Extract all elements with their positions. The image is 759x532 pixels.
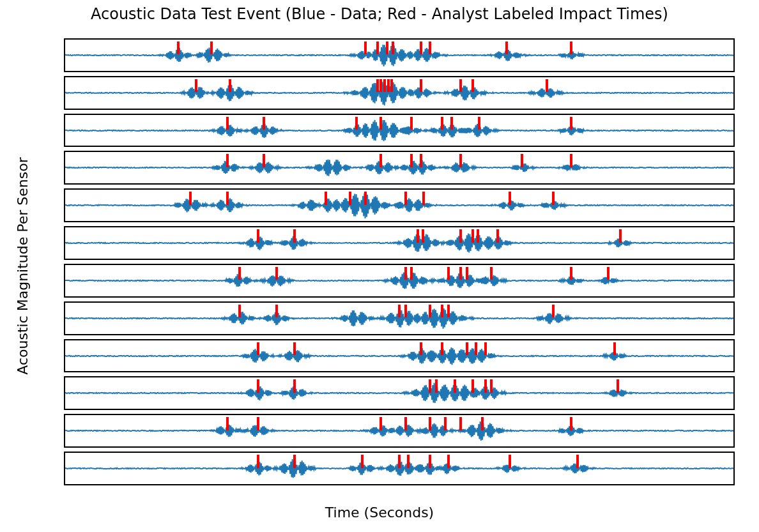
impact-marker: [477, 229, 479, 243]
impact-marker: [195, 79, 197, 93]
waveform-7: [65, 265, 733, 296]
impact-marker: [410, 154, 413, 167]
impact-marker: [509, 455, 511, 468]
impact-marker: [387, 79, 390, 93]
impact-marker: [490, 267, 493, 280]
impact-marker: [471, 229, 474, 243]
impact-marker: [466, 267, 468, 280]
impact-marker: [429, 42, 431, 55]
impact-marker: [429, 417, 431, 430]
impact-marker: [552, 192, 555, 205]
impact-marker: [364, 42, 367, 55]
impact-marker: [226, 117, 229, 130]
impact-marker: [364, 192, 367, 205]
impact-marker: [410, 267, 413, 280]
impact-marker: [576, 455, 579, 468]
impact-marker: [429, 305, 431, 318]
impact-marker: [238, 305, 241, 318]
sensor-panel-8: [64, 301, 735, 335]
impact-marker: [383, 79, 386, 93]
impact-marker: [238, 267, 241, 280]
impact-marker: [392, 42, 394, 55]
sensor-panel-10: [64, 376, 735, 410]
impact-marker: [275, 305, 278, 318]
impact-marker: [422, 229, 424, 243]
impact-marker: [226, 154, 229, 167]
impact-marker: [398, 455, 401, 468]
impact-marker: [379, 117, 382, 130]
impact-marker: [619, 229, 622, 243]
impact-marker: [447, 305, 450, 318]
impact-marker: [349, 192, 351, 205]
impact-marker: [435, 379, 438, 393]
impact-marker: [420, 154, 422, 167]
impact-marker: [546, 79, 548, 93]
impact-marker: [429, 379, 431, 393]
impact-marker: [475, 342, 477, 356]
impact-marker: [420, 342, 422, 356]
impact-marker: [420, 42, 422, 55]
impact-marker: [257, 455, 259, 468]
impact-marker: [210, 42, 213, 55]
impact-marker: [257, 342, 259, 356]
impact-marker: [229, 79, 231, 93]
sensor-panel-9: [64, 339, 735, 373]
impact-marker: [420, 79, 422, 93]
impact-marker: [444, 417, 447, 430]
impact-marker: [226, 192, 229, 205]
impact-marker: [226, 417, 229, 430]
impact-marker: [189, 192, 192, 205]
impact-marker: [481, 417, 484, 430]
impact-marker: [454, 379, 456, 393]
impact-marker: [484, 342, 487, 356]
impact-marker: [376, 79, 379, 93]
impact-marker: [257, 417, 259, 430]
sensor-panel-12: [64, 452, 735, 485]
impact-marker: [263, 154, 265, 167]
plot-area: [64, 38, 735, 485]
sensor-panel-5: [64, 188, 735, 222]
waveform-9: [65, 340, 733, 372]
impact-marker: [509, 192, 511, 205]
waveform-6: [65, 227, 733, 259]
impact-marker: [257, 229, 259, 243]
sensor-panel-4: [64, 151, 735, 185]
impact-marker: [459, 154, 462, 167]
impact-marker: [570, 42, 572, 55]
impact-marker: [613, 342, 616, 356]
impact-marker: [429, 455, 431, 468]
impact-marker: [570, 267, 572, 280]
impact-marker: [617, 379, 619, 393]
impact-marker: [466, 342, 468, 356]
impact-marker: [441, 117, 443, 130]
impact-marker: [459, 79, 462, 93]
impact-marker: [390, 79, 393, 93]
impact-marker: [422, 192, 425, 205]
impact-marker: [379, 79, 382, 93]
x-axis-label: Time (Seconds): [0, 505, 759, 521]
chart-title: Acoustic Data Test Event (Blue - Data; R…: [0, 5, 759, 23]
impact-marker: [355, 117, 358, 130]
impact-marker: [490, 379, 493, 393]
impact-marker: [607, 267, 610, 280]
impact-marker: [361, 455, 364, 468]
impact-marker: [459, 229, 462, 243]
waveform-5: [65, 190, 733, 221]
impact-marker: [417, 229, 419, 243]
chart-figure: Acoustic Data Test Event (Blue - Data; R…: [0, 0, 759, 532]
impact-marker: [570, 417, 572, 430]
impact-marker: [471, 379, 474, 393]
sensor-panel-3: [64, 114, 735, 148]
waveform-2: [65, 77, 733, 109]
waveform-11: [65, 415, 733, 446]
impact-marker: [484, 379, 487, 393]
impact-marker: [404, 267, 407, 280]
impact-marker: [447, 267, 450, 280]
impact-marker: [293, 379, 296, 393]
impact-marker: [293, 342, 296, 356]
sensor-panel-7: [64, 264, 735, 298]
impact-marker: [177, 42, 180, 55]
impact-marker: [447, 455, 450, 468]
sensor-panel-2: [64, 76, 735, 110]
impact-marker: [459, 417, 462, 430]
